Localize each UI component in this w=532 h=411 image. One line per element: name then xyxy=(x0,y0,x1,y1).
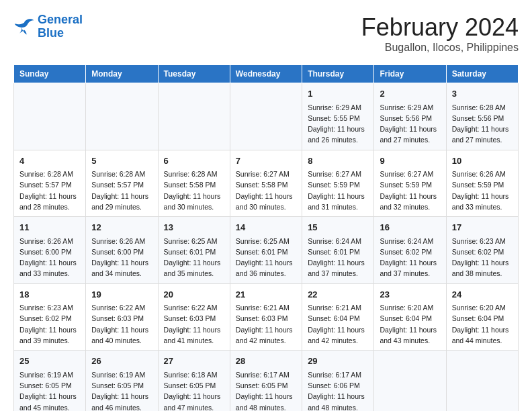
calendar-cell: 23Sunrise: 6:20 AM Sunset: 6:04 PM Dayli… xyxy=(374,283,446,351)
day-number: 22 xyxy=(308,288,368,302)
day-number: 5 xyxy=(91,154,152,168)
day-content: Sunrise: 6:17 AM Sunset: 6:05 PM Dayligh… xyxy=(236,369,296,411)
day-content: Sunrise: 6:21 AM Sunset: 6:04 PM Dayligh… xyxy=(308,302,368,346)
day-content: Sunrise: 6:28 AM Sunset: 5:57 PM Dayligh… xyxy=(91,169,152,212)
logo: General Blue xyxy=(13,13,83,40)
day-content: Sunrise: 6:24 AM Sunset: 6:02 PM Dayligh… xyxy=(380,236,440,279)
day-content: Sunrise: 6:23 AM Sunset: 6:02 PM Dayligh… xyxy=(452,236,513,279)
day-number: 2 xyxy=(380,87,440,101)
calendar-cell: 20Sunrise: 6:22 AM Sunset: 6:03 PM Dayli… xyxy=(158,283,230,351)
calendar-cell: 4Sunrise: 6:28 AM Sunset: 5:57 PM Daylig… xyxy=(14,150,86,217)
day-content: Sunrise: 6:21 AM Sunset: 6:03 PM Dayligh… xyxy=(236,302,296,346)
column-header-sunday: Sunday xyxy=(14,65,86,83)
calendar-cell: 10Sunrise: 6:26 AM Sunset: 5:59 PM Dayli… xyxy=(446,150,518,217)
day-number: 10 xyxy=(452,154,513,168)
day-number: 7 xyxy=(236,154,296,168)
day-content: Sunrise: 6:28 AM Sunset: 5:57 PM Dayligh… xyxy=(19,169,80,212)
page-subtitle: Bugallon, Ilocos, Philippines xyxy=(361,42,519,54)
calendar-week-row: 11Sunrise: 6:26 AM Sunset: 6:00 PM Dayli… xyxy=(14,217,519,284)
title-block: February 2024 Bugallon, Ilocos, Philippi… xyxy=(361,13,519,54)
calendar-cell: 3Sunrise: 6:28 AM Sunset: 5:56 PM Daylig… xyxy=(446,83,518,150)
calendar-cell: 26Sunrise: 6:19 AM Sunset: 6:05 PM Dayli… xyxy=(86,351,158,411)
day-number: 26 xyxy=(91,355,152,368)
calendar-cell: 17Sunrise: 6:23 AM Sunset: 6:02 PM Dayli… xyxy=(446,217,518,284)
day-number: 8 xyxy=(308,154,368,168)
column-header-friday: Friday xyxy=(374,65,446,83)
calendar-cell: 7Sunrise: 6:27 AM Sunset: 5:58 PM Daylig… xyxy=(230,150,302,217)
day-content: Sunrise: 6:23 AM Sunset: 6:02 PM Dayligh… xyxy=(19,302,80,346)
day-number: 13 xyxy=(164,221,224,234)
day-content: Sunrise: 6:28 AM Sunset: 5:58 PM Dayligh… xyxy=(164,169,224,212)
calendar-cell: 29Sunrise: 6:17 AM Sunset: 6:06 PM Dayli… xyxy=(302,351,374,411)
calendar-cell: 28Sunrise: 6:17 AM Sunset: 6:05 PM Dayli… xyxy=(230,351,302,411)
day-number: 16 xyxy=(380,221,440,234)
calendar-cell: 2Sunrise: 6:29 AM Sunset: 5:56 PM Daylig… xyxy=(374,83,446,150)
column-header-saturday: Saturday xyxy=(446,65,518,83)
calendar-cell: 24Sunrise: 6:20 AM Sunset: 6:04 PM Dayli… xyxy=(446,283,518,351)
day-number: 24 xyxy=(452,288,513,302)
calendar-cell: 18Sunrise: 6:23 AM Sunset: 6:02 PM Dayli… xyxy=(14,283,86,351)
calendar-cell: 11Sunrise: 6:26 AM Sunset: 6:00 PM Dayli… xyxy=(14,217,86,284)
day-number: 18 xyxy=(19,288,80,302)
calendar-cell: 8Sunrise: 6:27 AM Sunset: 5:59 PM Daylig… xyxy=(302,150,374,217)
day-content: Sunrise: 6:22 AM Sunset: 6:03 PM Dayligh… xyxy=(91,302,152,346)
day-number: 11 xyxy=(19,221,80,234)
calendar-cell: 9Sunrise: 6:27 AM Sunset: 5:59 PM Daylig… xyxy=(374,150,446,217)
day-content: Sunrise: 6:22 AM Sunset: 6:03 PM Dayligh… xyxy=(164,302,224,346)
day-content: Sunrise: 6:29 AM Sunset: 5:56 PM Dayligh… xyxy=(380,102,440,146)
calendar-cell: 16Sunrise: 6:24 AM Sunset: 6:02 PM Dayli… xyxy=(374,217,446,284)
logo-text: General Blue xyxy=(38,13,83,40)
day-content: Sunrise: 6:27 AM Sunset: 5:59 PM Dayligh… xyxy=(380,169,440,212)
day-content: Sunrise: 6:17 AM Sunset: 6:06 PM Dayligh… xyxy=(308,369,368,411)
calendar-cell: 27Sunrise: 6:18 AM Sunset: 6:05 PM Dayli… xyxy=(158,351,230,411)
calendar-cell: 21Sunrise: 6:21 AM Sunset: 6:03 PM Dayli… xyxy=(230,283,302,351)
column-header-wednesday: Wednesday xyxy=(230,65,302,83)
calendar-table: SundayMondayTuesdayWednesdayThursdayFrid… xyxy=(13,64,519,411)
calendar-cell: 19Sunrise: 6:22 AM Sunset: 6:03 PM Dayli… xyxy=(86,283,158,351)
day-content: Sunrise: 6:19 AM Sunset: 6:05 PM Dayligh… xyxy=(91,369,152,411)
day-number: 3 xyxy=(452,87,513,101)
logo-icon xyxy=(13,17,35,36)
day-content: Sunrise: 6:29 AM Sunset: 5:55 PM Dayligh… xyxy=(308,102,368,146)
day-content: Sunrise: 6:26 AM Sunset: 6:00 PM Dayligh… xyxy=(91,236,152,279)
column-header-tuesday: Tuesday xyxy=(158,65,230,83)
calendar-cell: 15Sunrise: 6:24 AM Sunset: 6:01 PM Dayli… xyxy=(302,217,374,284)
day-number: 20 xyxy=(164,288,224,302)
calendar-cell: 6Sunrise: 6:28 AM Sunset: 5:58 PM Daylig… xyxy=(158,150,230,217)
calendar-cell xyxy=(158,83,230,150)
calendar-header-row: SundayMondayTuesdayWednesdayThursdayFrid… xyxy=(14,65,519,83)
day-number: 9 xyxy=(380,154,440,168)
day-content: Sunrise: 6:27 AM Sunset: 5:58 PM Dayligh… xyxy=(236,169,296,212)
calendar-week-row: 4Sunrise: 6:28 AM Sunset: 5:57 PM Daylig… xyxy=(14,150,519,217)
day-content: Sunrise: 6:26 AM Sunset: 5:59 PM Dayligh… xyxy=(452,169,513,212)
day-content: Sunrise: 6:20 AM Sunset: 6:04 PM Dayligh… xyxy=(380,302,440,346)
calendar-cell: 1Sunrise: 6:29 AM Sunset: 5:55 PM Daylig… xyxy=(302,83,374,150)
calendar-cell: 13Sunrise: 6:25 AM Sunset: 6:01 PM Dayli… xyxy=(158,217,230,284)
column-header-thursday: Thursday xyxy=(302,65,374,83)
column-header-monday: Monday xyxy=(86,65,158,83)
calendar-week-row: 25Sunrise: 6:19 AM Sunset: 6:05 PM Dayli… xyxy=(14,351,519,411)
day-number: 27 xyxy=(164,355,224,368)
day-number: 29 xyxy=(308,355,368,368)
calendar-cell xyxy=(14,83,86,150)
day-number: 15 xyxy=(308,221,368,234)
day-number: 1 xyxy=(308,87,368,101)
calendar-cell xyxy=(86,83,158,150)
day-content: Sunrise: 6:20 AM Sunset: 6:04 PM Dayligh… xyxy=(452,302,513,346)
calendar-cell: 14Sunrise: 6:25 AM Sunset: 6:01 PM Dayli… xyxy=(230,217,302,284)
calendar-week-row: 1Sunrise: 6:29 AM Sunset: 5:55 PM Daylig… xyxy=(14,83,519,150)
day-content: Sunrise: 6:24 AM Sunset: 6:01 PM Dayligh… xyxy=(308,236,368,279)
day-number: 19 xyxy=(91,288,152,302)
day-content: Sunrise: 6:18 AM Sunset: 6:05 PM Dayligh… xyxy=(164,369,224,411)
calendar-cell: 22Sunrise: 6:21 AM Sunset: 6:04 PM Dayli… xyxy=(302,283,374,351)
day-number: 21 xyxy=(236,288,296,302)
day-content: Sunrise: 6:19 AM Sunset: 6:05 PM Dayligh… xyxy=(19,369,80,411)
day-content: Sunrise: 6:26 AM Sunset: 6:00 PM Dayligh… xyxy=(19,236,80,279)
day-content: Sunrise: 6:27 AM Sunset: 5:59 PM Dayligh… xyxy=(308,169,368,212)
day-content: Sunrise: 6:25 AM Sunset: 6:01 PM Dayligh… xyxy=(164,236,224,279)
day-number: 14 xyxy=(236,221,296,234)
calendar-cell: 5Sunrise: 6:28 AM Sunset: 5:57 PM Daylig… xyxy=(86,150,158,217)
day-content: Sunrise: 6:25 AM Sunset: 6:01 PM Dayligh… xyxy=(236,236,296,279)
calendar-cell xyxy=(230,83,302,150)
day-content: Sunrise: 6:28 AM Sunset: 5:56 PM Dayligh… xyxy=(452,102,513,146)
